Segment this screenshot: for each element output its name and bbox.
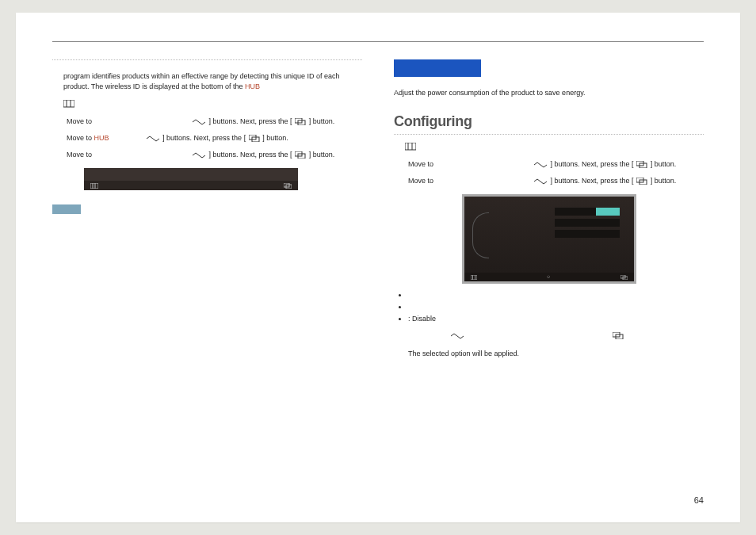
step-row-2: Move to HUB ] buttons. Next, press the […	[67, 133, 362, 143]
osd-body	[464, 197, 634, 273]
osd-panel	[555, 208, 620, 241]
osd-row	[555, 219, 620, 227]
page: program identifies products within an ef…	[16, 13, 740, 522]
top-rule	[52, 41, 704, 42]
nav-arrows-icon	[192, 152, 206, 159]
list-item: : Disable	[408, 314, 704, 324]
enter-icon	[284, 183, 292, 189]
apply-text: The selected option will be applied.	[408, 349, 704, 359]
nav-arrows-icon	[146, 136, 160, 142]
menu-icon	[63, 100, 74, 108]
osd-screenshot: ○	[462, 194, 636, 284]
section-title-block	[394, 59, 481, 77]
list-item	[408, 290, 704, 300]
enter-icon	[295, 118, 306, 125]
final-nav-row	[449, 331, 704, 341]
menu-icon-row	[405, 143, 704, 153]
osd-footer: ○	[464, 273, 634, 281]
svg-rect-14	[405, 143, 416, 150]
document-page-container: program identifies products within an ef…	[0, 0, 756, 535]
enter-icon	[636, 178, 647, 185]
step-text: ] button.	[309, 151, 335, 159]
left-column: program identifies products within an ef…	[52, 59, 362, 361]
enter-icon	[295, 151, 306, 159]
page-number: 64	[694, 495, 704, 505]
intro-text: program identifies products within an ef…	[63, 72, 340, 90]
step-row-3: Move to ] buttons. Next, press the [ ] b…	[67, 150, 362, 160]
enter-icon	[620, 275, 628, 280]
subheading: Configuring	[394, 111, 704, 135]
step-text: ] button.	[651, 160, 677, 168]
osd-footer-mid: ○	[547, 273, 550, 281]
osd-row	[555, 230, 620, 238]
onscreen-footer-bar	[84, 168, 298, 190]
svg-rect-9	[90, 183, 98, 189]
nav-arrows-icon	[533, 162, 548, 168]
arc-graphic	[472, 212, 489, 258]
step-row-2: Move to ] buttons. Next, press the [ ] b…	[408, 176, 704, 186]
step-text: ] buttons. Next, press the [	[209, 117, 292, 125]
menu-icon	[471, 275, 477, 280]
menu-icon	[405, 143, 416, 151]
step-text: ] button.	[309, 117, 335, 125]
step-text: ] button.	[262, 134, 288, 142]
nav-arrows-icon	[533, 178, 548, 185]
step-text: Move to	[67, 134, 94, 142]
list-item	[408, 302, 704, 312]
step-row-1: Move to ] buttons. Next, press the [ ] b…	[408, 159, 704, 170]
nav-arrows-icon	[450, 333, 464, 339]
menu-icon-row	[63, 100, 362, 110]
step-text: ] button.	[651, 177, 677, 185]
step-text: Move to	[408, 160, 433, 168]
menu-icon	[90, 183, 98, 189]
note-badge	[52, 204, 81, 214]
step-text: ] buttons. Next, press the [	[551, 177, 634, 185]
enter-icon	[636, 161, 647, 168]
footer-icon-strip	[84, 181, 298, 190]
dotted-divider	[52, 59, 362, 60]
enter-icon	[613, 332, 624, 339]
step-text: Move to	[67, 151, 92, 159]
bullet-text: : Disable	[408, 315, 436, 323]
intro-paragraph: program identifies products within an ef…	[63, 71, 362, 92]
hub-link-text: HUB	[245, 82, 260, 90]
enter-icon	[249, 135, 260, 142]
step-text: ] buttons. Next, press the [	[551, 160, 634, 168]
option-list: : Disable	[400, 290, 704, 324]
svg-rect-21	[471, 275, 477, 280]
step-text: ] buttons. Next, press the [	[209, 151, 292, 159]
hub-link-text: HUB	[94, 134, 109, 142]
step-text: Move to	[408, 177, 433, 185]
right-column: Adjust the power consumption of the prod…	[394, 59, 704, 361]
lead-text: Adjust the power consumption of the prod…	[394, 88, 704, 98]
step-text: Move to	[67, 117, 92, 125]
step-text: ] buttons. Next, press the [	[162, 134, 246, 142]
two-column-layout: program identifies products within an ef…	[52, 59, 704, 361]
svg-rect-0	[63, 100, 74, 107]
osd-row-highlight	[555, 208, 620, 216]
nav-arrows-icon	[192, 119, 206, 125]
footer-dark-fill	[84, 168, 298, 181]
step-row-1: Move to ] buttons. Next, press the [ ] b…	[67, 117, 362, 127]
